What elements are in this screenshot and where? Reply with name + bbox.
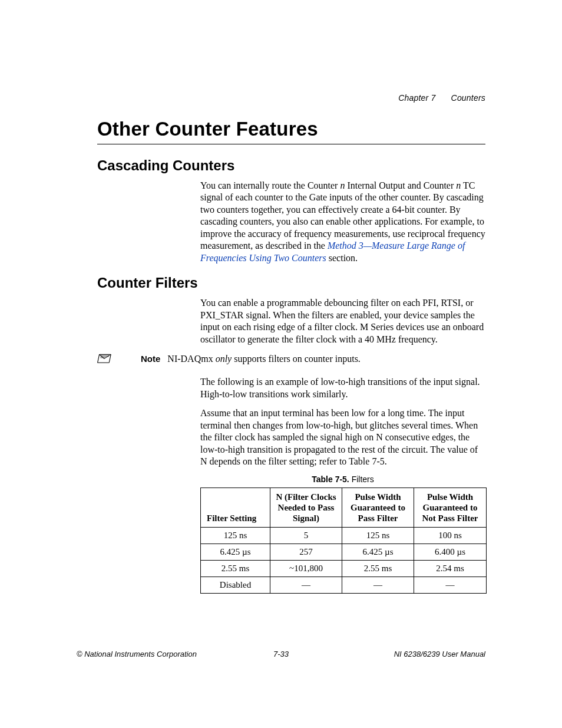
caption-text: Filters — [349, 475, 374, 484]
cell: 2.54 ms — [414, 561, 487, 577]
text: You can internally route the Counter — [200, 180, 340, 190]
table-caption: Table 7-5. Filters — [200, 475, 485, 484]
cell: — — [342, 577, 414, 594]
th-pass: Pulse Width Guaranteed to Pass Filter — [342, 488, 414, 528]
note-label: Note — [141, 354, 160, 364]
cell: 5 — [270, 528, 342, 544]
th-not-pass: Pulse Width Guaranteed to Not Pass Filte… — [414, 488, 487, 528]
cell: 125 ns — [342, 528, 414, 544]
subsection-cascading: Cascading Counters — [97, 157, 485, 174]
filters-body-1: You can enable a programmable debouncing… — [200, 297, 485, 345]
table-row: 2.55 ms ~101,800 2.55 ms 2.54 ms — [201, 561, 487, 577]
cell: 6.425 µs — [201, 544, 270, 561]
table-row: 6.425 µs 257 6.425 µs 6.400 µs — [201, 544, 487, 561]
th-filter-setting: Filter Setting — [201, 488, 270, 528]
cell: 6.425 µs — [342, 544, 414, 561]
table-header-row: Filter Setting N (Filter Clocks Needed t… — [201, 488, 487, 528]
note-block: Note NI-DAQmx only supports filters on c… — [97, 354, 485, 368]
filters-p1: You can enable a programmable debouncing… — [200, 297, 485, 345]
filters-body-2: The following is an example of low-to-hi… — [200, 376, 485, 467]
cell: Disabled — [201, 577, 270, 594]
section-rule — [97, 144, 485, 144]
filters-p3: Assume that an input terminal has been l… — [200, 407, 485, 467]
page-footer: © National Instruments Corporation 7-33 … — [77, 650, 485, 658]
chapter-title: Counters — [451, 93, 485, 103]
chapter-number: Chapter 7 — [398, 93, 435, 103]
table-row: Disabled — — — — [201, 577, 487, 594]
th-n-clocks: N (Filter Clocks Needed to Pass Signal) — [270, 488, 342, 528]
cell: ~101,800 — [270, 561, 342, 577]
caption-label: Table 7-5. — [312, 475, 349, 484]
note-pre: NI-DAQmx — [167, 354, 215, 364]
cell: 6.400 µs — [414, 544, 487, 561]
cell: 100 ns — [414, 528, 487, 544]
text: section. — [326, 253, 358, 263]
filters-p2: The following is an example of low-to-hi… — [200, 376, 485, 400]
page: Chapter 7 Counters Other Counter Feature… — [0, 0, 562, 728]
cell: 2.55 ms — [342, 561, 414, 577]
cell: 2.55 ms — [201, 561, 270, 577]
cascading-body: You can internally route the Counter n I… — [200, 180, 485, 264]
cell: — — [270, 577, 342, 594]
note-post: supports filters on counter inputs. — [232, 354, 361, 364]
footer-center: 7-33 — [77, 650, 485, 658]
filters-table: Filter Setting N (Filter Clocks Needed t… — [200, 487, 487, 594]
cell: 125 ns — [201, 528, 270, 544]
cascading-paragraph: You can internally route the Counter n I… — [200, 180, 485, 264]
cell: — — [414, 577, 487, 594]
note-only: only — [216, 354, 232, 364]
note-icon — [97, 353, 114, 368]
running-header: Chapter 7 Counters — [398, 93, 485, 103]
section-heading: Other Counter Features — [97, 118, 485, 140]
cell: 257 — [270, 544, 342, 561]
subsection-filters: Counter Filters — [97, 275, 485, 291]
text: Internal Output and Counter — [345, 180, 456, 190]
table-row: 125 ns 5 125 ns 100 ns — [201, 528, 487, 544]
note-text: Note NI-DAQmx only supports filters on c… — [141, 354, 361, 364]
